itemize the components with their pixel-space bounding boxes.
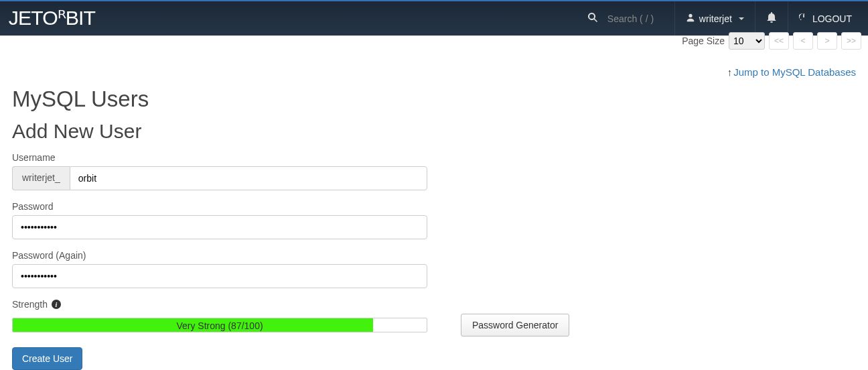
password-generator-button[interactable]: Password Generator <box>461 314 569 336</box>
password-input[interactable] <box>12 215 427 239</box>
password-again-label: Password (Again) <box>12 250 427 261</box>
password-again-input[interactable] <box>12 264 427 288</box>
info-icon[interactable]: i <box>52 300 61 309</box>
user-icon <box>686 13 695 24</box>
search-area <box>574 12 674 25</box>
username-label: Username <box>12 152 427 163</box>
page-size-select[interactable]: 10 <box>729 32 765 50</box>
search-icon <box>587 12 598 25</box>
pager-last-button[interactable]: >> <box>841 32 861 50</box>
chevron-down-icon <box>739 17 744 20</box>
pager-first-button[interactable]: << <box>769 32 789 50</box>
strength-label: Strength <box>12 299 48 310</box>
user-menu[interactable]: writerjet <box>674 1 755 36</box>
logout-label: LOGOUT <box>812 13 852 24</box>
logout-button[interactable]: LOGOUT <box>788 1 863 36</box>
jump-to-databases-link[interactable]: ↑Jump to MySQL Databases <box>727 66 856 78</box>
section-title: Add New User <box>12 120 856 143</box>
svg-text:JETOᴿBIT: JETOᴿBIT <box>9 7 96 29</box>
jump-link-text: Jump to MySQL Databases <box>733 66 856 78</box>
page-title: MySQL Users <box>12 86 856 112</box>
logo[interactable]: JETOᴿBIT <box>5 7 142 30</box>
strength-progress: Very Strong (87/100) <box>12 318 427 332</box>
pager-next-button[interactable]: > <box>817 32 837 50</box>
username-input[interactable] <box>70 166 427 190</box>
password-label: Password <box>12 201 427 212</box>
username-label: writerjet <box>699 13 732 24</box>
strength-label-row: Strength i <box>12 299 856 310</box>
bell-icon <box>766 12 777 25</box>
username-prefix: writerjet_ <box>12 166 70 190</box>
pager-prev-button[interactable]: < <box>793 32 813 50</box>
page-size-label: Page Size <box>682 36 725 46</box>
logout-icon <box>799 13 808 24</box>
navbar: JETOᴿBIT writerjet LOGOUT <box>0 0 868 36</box>
content: Page Size 10 << < > >> ↑Jump to MySQL Da… <box>0 36 868 370</box>
notifications-button[interactable] <box>755 1 788 36</box>
search-input[interactable] <box>607 13 661 24</box>
page-size-controls: Page Size 10 << < > >> <box>682 32 861 50</box>
create-user-button[interactable]: Create User <box>12 347 82 370</box>
strength-progress-text: Very Strong (87/100) <box>13 318 427 332</box>
arrow-up-icon: ↑ <box>727 66 733 78</box>
